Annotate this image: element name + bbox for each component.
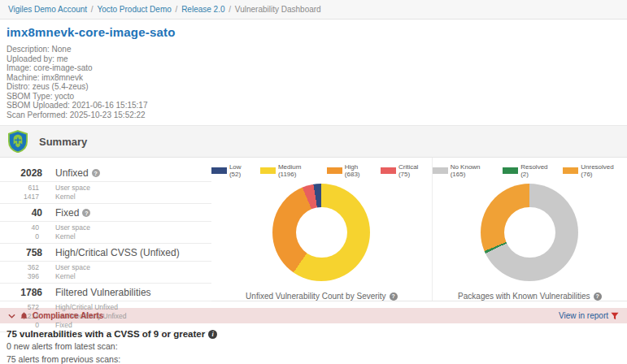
meta-description: Description: None <box>7 45 619 54</box>
summary-header: Summary <box>0 126 627 158</box>
breadcrumb-separator: / <box>227 5 233 14</box>
summary-stats: 2028Unfixed?611User space1417Kernel40Fix… <box>0 158 211 301</box>
help-icon[interactable]: ? <box>92 169 100 177</box>
summary-panel: Summary 2028Unfixed?611User space1417Ker… <box>0 125 627 301</box>
compliance-title: Compliance Alerts <box>33 311 103 320</box>
stat-sub-row: 0Kernel <box>0 232 211 241</box>
stat-value: 758 <box>0 247 42 258</box>
meta-sbom-type: SBOM Type: yocto <box>7 92 619 102</box>
stat-sub-label: User space <box>55 263 90 272</box>
legend-item: Critical (75) <box>381 163 432 178</box>
breadcrumb-item[interactable]: Release 2.0 <box>181 5 224 14</box>
legend-item: No Known (165) <box>433 163 498 178</box>
severity-chart-title: Unfixed Vulnerability Count by Severity <box>246 292 386 301</box>
legend-label: Resolved (2) <box>520 163 557 178</box>
compliance-body: 75 vulnerabilities with a CVSS of 9 or g… <box>0 323 627 364</box>
meta-distro: Distro: zeus (5.4-zeus) <box>7 82 619 92</box>
view-in-report-label: View in report <box>559 311 608 320</box>
meta-uploaded-by: Uploaded by: me <box>7 54 619 64</box>
page-title: imx8mnevk-core-image-sato <box>7 25 619 39</box>
info-icon[interactable]: i <box>208 330 217 339</box>
alert-title: 75 vulnerabilities with a CVSS of 9 or g… <box>7 329 205 339</box>
legend-swatch <box>327 167 342 174</box>
legend-item: Low (52) <box>211 163 255 178</box>
donut-hole <box>296 207 346 258</box>
vigiles-shield-logo-icon <box>8 130 28 153</box>
packages-chart-legend: No Known (165)Resolved (2)Unresolved (76… <box>433 163 627 178</box>
stat-sub-row: 396Kernel <box>0 272 211 281</box>
stat-label: Unfixed? <box>55 167 100 179</box>
legend-label: Critical (75) <box>398 163 432 178</box>
legend-swatch <box>211 167 227 174</box>
compliance-alert-title-row: 75 vulnerabilities with a CVSS of 9 or g… <box>7 329 619 339</box>
breadcrumb-separator: / <box>89 5 95 14</box>
help-icon[interactable]: ? <box>390 292 398 301</box>
legend-swatch <box>381 167 396 174</box>
product-meta: Description: NoneUploaded by: meImage: c… <box>7 45 619 119</box>
legend-item: Medium (1196) <box>260 163 321 178</box>
legend-item: Unresolved (76) <box>563 163 627 178</box>
alert-line: 75 alerts from previous scans: <box>7 353 619 364</box>
stat-sub-label: User space <box>55 184 90 193</box>
legend-label: Medium (1196) <box>278 163 321 178</box>
summary-title: Summary <box>39 136 87 148</box>
breadcrumb: Vigiles Demo Account / Yocto Product Dem… <box>0 0 627 20</box>
stat-row: 1786Filtered Vulnerabilities <box>0 284 211 301</box>
severity-chart-legend: Low (52)Medium (1196)High (683)Critical … <box>211 163 432 178</box>
breadcrumb-item[interactable]: Vigiles Demo Account <box>8 5 87 14</box>
stat-value: 2028 <box>0 167 42 179</box>
severity-donut-chart <box>272 184 370 281</box>
meta-machine: Machine: imx8mnevk <box>7 73 619 83</box>
summary-body: 2028Unfixed?611User space1417Kernel40Fix… <box>0 158 627 301</box>
legend-item: High (683) <box>327 163 375 178</box>
stat-label: High/Critical CVSS (Unfixed) <box>55 247 180 258</box>
product-header: imx8mnevk-core-image-sato Description: N… <box>0 20 627 119</box>
stat-sub-value: 1417 <box>0 193 39 202</box>
stat-sub-value: 362 <box>0 263 39 272</box>
filter-funnel-icon <box>611 312 619 320</box>
stat-sub-label: Kernel <box>55 232 76 241</box>
meta-image: Image: core-image-sato <box>7 63 619 73</box>
stat-label: Filtered Vulnerabilities <box>55 287 151 298</box>
stat-row: 2028Unfixed? <box>0 164 211 181</box>
compliance-panel: Compliance Alerts View in report 75 vuln… <box>0 308 627 364</box>
stat-label: Fixed? <box>55 207 90 219</box>
legend-label: Low (52) <box>229 163 255 178</box>
legend-label: No Known (165) <box>451 163 498 178</box>
stat-sub-value: 0 <box>0 232 39 241</box>
severity-chart-caption: Unfixed Vulnerability Count by Severity … <box>246 292 398 301</box>
breadcrumb-item[interactable]: Yocto Product Demo <box>97 5 171 14</box>
packages-chart-caption: Packages with Known Vulnerabilities ? <box>458 292 602 301</box>
stat-row: 758High/Critical CVSS (Unfixed) <box>0 244 211 261</box>
stat-sub-value: 396 <box>0 272 39 281</box>
compliance-header-left: Compliance Alerts <box>8 311 103 320</box>
alert-line: 0 new alerts from latest scan: <box>7 340 619 352</box>
packages-chart-title: Packages with Known Vulnerabilities <box>458 292 590 301</box>
stat-sub-row: 362User space <box>0 263 211 272</box>
stat-sub-row: 1417Kernel <box>0 193 211 202</box>
meta-scan-performed: Scan Performed: 2025-10-23 15:52:22 <box>7 110 619 120</box>
stat-value: 1786 <box>0 287 42 298</box>
stat-sub-label: User space <box>55 223 90 232</box>
stat-sub-rows: 611User space1417Kernel <box>0 181 211 204</box>
stat-sub-rows: 362User space396Kernel <box>0 261 211 284</box>
legend-swatch <box>503 167 518 174</box>
stat-sub-row: 611User space <box>0 184 211 193</box>
packages-donut-chart <box>481 184 578 281</box>
legend-item: Resolved (2) <box>503 163 557 178</box>
alert-lines: 0 new alerts from latest scan:75 alerts … <box>7 340 619 364</box>
meta-sbom-uploaded: SBOM Uploaded: 2021-06-16 15:15:17 <box>7 101 619 110</box>
packages-chart-section: No Known (165)Resolved (2)Unresolved (76… <box>432 158 627 301</box>
donut-hole <box>504 207 555 258</box>
legend-swatch <box>563 167 578 174</box>
help-icon[interactable]: ? <box>82 209 90 217</box>
stat-sub-value: 40 <box>0 223 39 232</box>
stat-sub-label: Kernel <box>55 272 76 281</box>
legend-label: High (683) <box>345 163 375 178</box>
stat-row: 40Fixed? <box>0 204 211 221</box>
help-icon[interactable]: ? <box>594 292 602 301</box>
view-in-report-link[interactable]: View in report <box>559 311 619 320</box>
bell-icon <box>20 312 28 320</box>
legend-swatch <box>260 167 276 174</box>
stat-sub-label: Kernel <box>55 193 76 202</box>
